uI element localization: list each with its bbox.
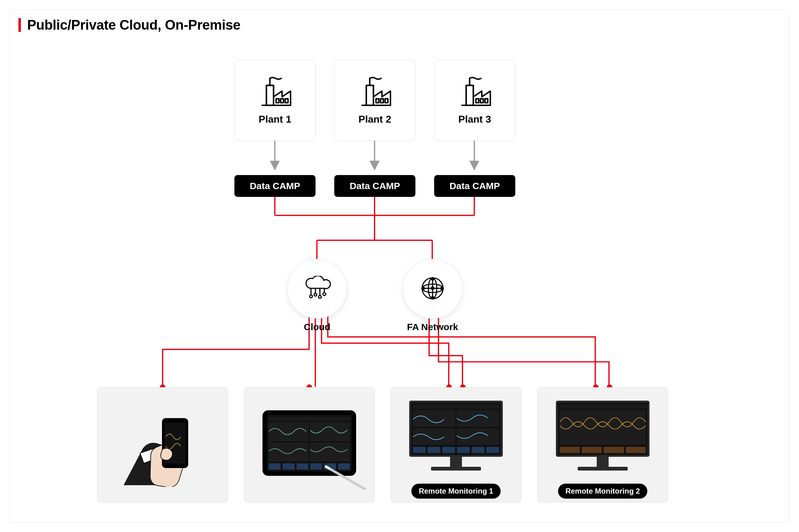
svg-rect-10 [385,99,388,103]
plant-card-2: Plant 2 [334,60,415,141]
title-row: Public/Private Cloud, On-Premise [10,10,789,33]
svg-rect-4 [276,99,279,103]
device-tile-monitor-2: Remote Monitoring 2 [537,387,668,503]
svg-rect-3 [267,85,274,105]
plant-label: Plant 2 [359,114,392,125]
device-tile-monitor-1: Remote Monitoring 1 [391,387,521,503]
svg-point-22 [431,287,434,289]
network-node-cloud: Cloud [287,259,347,319]
svg-rect-6 [285,99,288,103]
factory-icon [258,76,292,108]
data-camp-node: Data CAMP [234,175,316,197]
svg-rect-8 [376,99,379,103]
svg-point-18 [323,293,326,296]
plant-label: Plant 1 [259,114,291,125]
svg-point-24 [431,297,434,299]
svg-rect-5 [281,99,283,103]
title-accent-bar [18,18,21,32]
diagram-frame: Public/Private Cloud, On-Premise [9,10,790,522]
svg-rect-9 [380,99,383,103]
network-label: Cloud [287,322,347,332]
globe-network-icon [419,275,446,303]
tablet-icon [263,410,356,476]
svg-point-23 [431,278,434,280]
svg-point-16 [314,293,317,296]
plant-label: Plant 3 [458,114,491,125]
device-badge: Remote Monitoring 1 [411,483,501,499]
svg-point-15 [310,295,312,298]
svg-point-26 [441,287,443,289]
plant-card-3: Plant 3 [434,60,515,141]
page-title: Public/Private Cloud, On-Premise [27,17,240,33]
svg-point-17 [318,296,321,298]
plant-card-1: Plant 1 [234,60,316,141]
data-camp-node: Data CAMP [334,175,415,197]
svg-rect-13 [480,99,483,103]
desktop-monitor-icon [409,401,503,471]
svg-rect-11 [466,85,474,105]
factory-icon [458,76,492,108]
svg-rect-14 [485,99,488,103]
hand-phone-icon [122,399,203,487]
network-label: FA Network [403,322,462,332]
factory-icon [358,76,392,108]
desktop-monitor-icon [556,401,649,471]
cloud-network-icon [303,276,331,302]
data-camp-node: Data CAMP [434,175,515,197]
network-node-fa: FA Network [403,259,462,319]
svg-rect-7 [366,85,374,105]
device-tile-tablet [244,387,375,503]
svg-point-25 [422,287,424,289]
device-tile-phone [97,387,228,503]
svg-rect-12 [476,99,479,103]
device-badge: Remote Monitoring 2 [558,483,648,499]
